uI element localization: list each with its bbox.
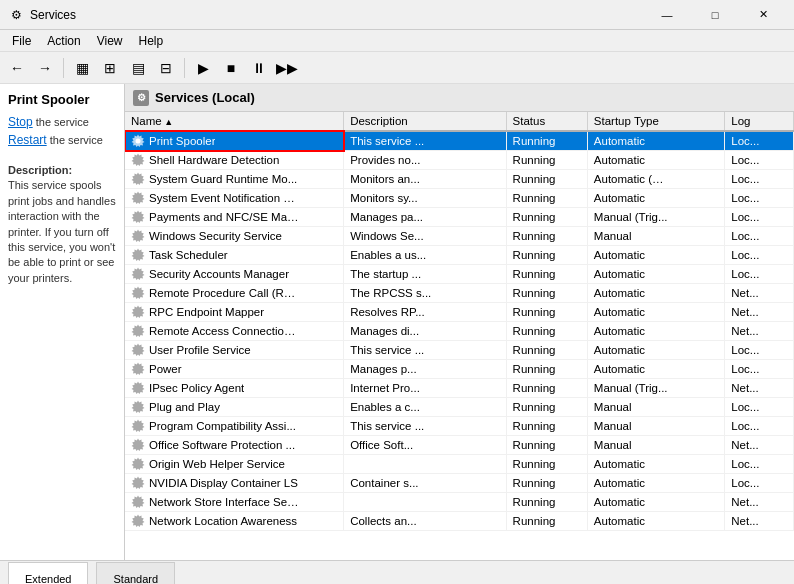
table-row[interactable]: IPsec Policy AgentInternet Pro...Running… — [125, 379, 794, 398]
forward-button[interactable]: → — [32, 55, 58, 81]
cell-log: Loc... — [725, 208, 794, 227]
table-row[interactable]: Program Compatibility Assi...This servic… — [125, 417, 794, 436]
cell-name: RPC Endpoint Mapper — [125, 303, 344, 322]
cell-desc — [344, 455, 506, 474]
view-button-2[interactable]: ⊞ — [97, 55, 123, 81]
tab-standard[interactable]: Standard — [96, 562, 175, 585]
resume-button[interactable]: ▶▶ — [274, 55, 300, 81]
menu-action[interactable]: Action — [39, 32, 88, 50]
menu-help[interactable]: Help — [131, 32, 172, 50]
col-status[interactable]: Status — [506, 112, 587, 131]
table-row[interactable]: Payments and NFC/SE Man...Manages pa...R… — [125, 208, 794, 227]
table-row[interactable]: Print SpoolerThis service ...RunningAuto… — [125, 131, 794, 151]
table-row[interactable]: System Guard Runtime Mo...Monitors an...… — [125, 170, 794, 189]
table-row[interactable]: Shell Hardware DetectionProvides no...Ru… — [125, 151, 794, 170]
cell-startup: Automatic — [587, 284, 724, 303]
cell-name: User Profile Service — [125, 341, 344, 360]
tab-extended[interactable]: Extended — [8, 562, 88, 585]
table-row[interactable]: System Event Notification S...Monitors s… — [125, 189, 794, 208]
service-name-cell: User Profile Service — [149, 344, 251, 356]
view-button-1[interactable]: ▦ — [69, 55, 95, 81]
cell-name: Remote Access Connection... — [125, 322, 344, 341]
cell-startup: Manual — [587, 436, 724, 455]
services-tbody: Print SpoolerThis service ...RunningAuto… — [125, 131, 794, 531]
cell-log: Loc... — [725, 189, 794, 208]
service-icon — [131, 495, 145, 509]
service-name-cell: Power — [149, 363, 182, 375]
cell-log: Loc... — [725, 151, 794, 170]
cell-name: IPsec Policy Agent — [125, 379, 344, 398]
table-row[interactable]: Plug and PlayEnables a c...RunningManual… — [125, 398, 794, 417]
cell-status: Running — [506, 398, 587, 417]
cell-name: System Guard Runtime Mo... — [125, 170, 344, 189]
cell-name: NVIDIA Display Container LS — [125, 474, 344, 493]
cell-name: Program Compatibility Assi... — [125, 417, 344, 436]
col-name[interactable]: Name — [125, 112, 344, 131]
close-button[interactable]: ✕ — [740, 3, 786, 27]
cell-name: Plug and Play — [125, 398, 344, 417]
table-row[interactable]: Remote Access Connection...Manages di...… — [125, 322, 794, 341]
table-row[interactable]: NVIDIA Display Container LSContainer s..… — [125, 474, 794, 493]
services-list: Name Description Status Startup Type Log… — [125, 112, 794, 531]
view-button-3[interactable]: ▤ — [125, 55, 151, 81]
cell-startup: Automatic — [587, 246, 724, 265]
play-button[interactable]: ▶ — [190, 55, 216, 81]
table-row[interactable]: Network Location AwarenessCollects an...… — [125, 512, 794, 531]
service-name-cell: RPC Endpoint Mapper — [149, 306, 264, 318]
pause-button[interactable]: ⏸ — [246, 55, 272, 81]
stop-link[interactable]: Stop — [8, 115, 33, 129]
col-desc[interactable]: Description — [344, 112, 506, 131]
cell-name: Remote Procedure Call (RPC) — [125, 284, 344, 303]
view-button-4[interactable]: ⊟ — [153, 55, 179, 81]
cell-desc: Collects an... — [344, 512, 506, 531]
table-row[interactable]: Origin Web Helper ServiceRunningAutomati… — [125, 455, 794, 474]
minimize-button[interactable]: — — [644, 3, 690, 27]
restart-link[interactable]: Restart — [8, 133, 47, 147]
cell-desc: Provides no... — [344, 151, 506, 170]
service-name-cell: System Event Notification S... — [149, 192, 299, 204]
service-icon — [131, 476, 145, 490]
cell-status: Running — [506, 436, 587, 455]
service-name-cell: Security Accounts Manager — [149, 268, 289, 280]
cell-name: Office Software Protection ... — [125, 436, 344, 455]
col-startup[interactable]: Startup Type — [587, 112, 724, 131]
cell-desc: Manages pa... — [344, 208, 506, 227]
cell-status: Running — [506, 246, 587, 265]
cell-status: Running — [506, 455, 587, 474]
cell-status: Running — [506, 493, 587, 512]
service-name-cell: Program Compatibility Assi... — [149, 420, 296, 432]
table-row[interactable]: Security Accounts ManagerThe startup ...… — [125, 265, 794, 284]
service-icon — [131, 286, 145, 300]
toolbar: ← → ▦ ⊞ ▤ ⊟ ▶ ■ ⏸ ▶▶ — [0, 52, 794, 84]
table-row[interactable]: PowerManages p...RunningAutomaticLoc... — [125, 360, 794, 379]
back-button[interactable]: ← — [4, 55, 30, 81]
menu-file[interactable]: File — [4, 32, 39, 50]
table-row[interactable]: Office Software Protection ...Office Sof… — [125, 436, 794, 455]
table-row[interactable]: Remote Procedure Call (RPC)The RPCSS s..… — [125, 284, 794, 303]
cell-log: Loc... — [725, 170, 794, 189]
service-name-cell: Remote Procedure Call (RPC) — [149, 287, 299, 299]
col-log[interactable]: Log — [725, 112, 794, 131]
cell-desc: This service ... — [344, 417, 506, 436]
service-name-cell: Task Scheduler — [149, 249, 228, 261]
cell-name: Power — [125, 360, 344, 379]
maximize-button[interactable]: □ — [692, 3, 738, 27]
service-name-cell: Remote Access Connection... — [149, 325, 299, 337]
service-icon — [131, 362, 145, 376]
service-icon — [131, 210, 145, 224]
service-icon — [131, 324, 145, 338]
cell-log: Loc... — [725, 246, 794, 265]
cell-desc: Office Soft... — [344, 436, 506, 455]
cell-log: Loc... — [725, 265, 794, 284]
stop-button[interactable]: ■ — [218, 55, 244, 81]
table-row[interactable]: User Profile ServiceThis service ...Runn… — [125, 341, 794, 360]
service-icon — [131, 134, 145, 148]
table-row[interactable]: Task SchedulerEnables a us...RunningAuto… — [125, 246, 794, 265]
menu-view[interactable]: View — [89, 32, 131, 50]
table-row[interactable]: Windows Security ServiceWindows Se...Run… — [125, 227, 794, 246]
table-row[interactable]: Network Store Interface Ser...RunningAut… — [125, 493, 794, 512]
cell-log: Net... — [725, 284, 794, 303]
table-row[interactable]: RPC Endpoint MapperResolves RP...Running… — [125, 303, 794, 322]
services-table[interactable]: Name Description Status Startup Type Log… — [125, 112, 794, 560]
services-header-label: Services (Local) — [155, 90, 255, 105]
